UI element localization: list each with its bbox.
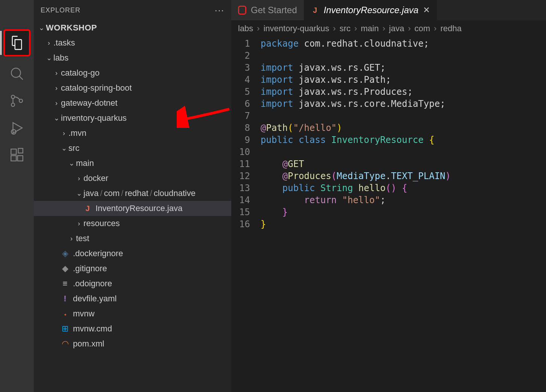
activity-run-debug[interactable] (3, 114, 30, 141)
folder-tasks[interactable]: › .tasks (34, 35, 231, 50)
docker-icon: ◈ (61, 249, 69, 258)
crumb[interactable]: labs (238, 24, 253, 33)
svg-point-1 (11, 95, 15, 99)
file-mvnw-cmd[interactable]: ⊞ mvnw.cmd (34, 321, 231, 336)
chevron-right-icon: › (67, 235, 76, 243)
editor-area: Get Started J InventoryResource.java ✕ l… (231, 0, 546, 392)
svg-point-0 (11, 68, 21, 77)
activity-source-control[interactable] (3, 87, 30, 114)
folder-docker[interactable]: › docker (34, 171, 231, 186)
chevron-right-icon: › (52, 84, 61, 92)
folder-main[interactable]: ⌄ main (34, 156, 231, 171)
java-file-icon: J (83, 204, 92, 213)
menu-icon[interactable] (9, 8, 24, 23)
folder-resources[interactable]: › resources (34, 216, 231, 231)
folder-labs[interactable]: ⌄ labs (34, 50, 231, 65)
folder-inventory-quarkus[interactable]: ⌄ inventory-quarkus (34, 111, 231, 126)
svg-rect-8 (18, 149, 23, 153)
xml-file-icon: ◠ (61, 339, 69, 349)
chevron-right-icon: › (408, 24, 411, 33)
tree-root[interactable]: ⌄ WORKSHOP (34, 20, 231, 35)
file-gitignore[interactable]: ◆ .gitignore (34, 261, 231, 276)
folder-catalog-go[interactable]: › catalog-go (34, 65, 231, 81)
breadcrumbs[interactable]: labs› inventory-quarkus› src› main› java… (231, 20, 546, 37)
file-odoignore[interactable]: ≡ .odoignore (34, 276, 231, 291)
file-devfile[interactable]: ! devfile.yaml (34, 291, 231, 306)
chevron-right-icon: › (354, 24, 357, 33)
tab-get-started[interactable]: Get Started (231, 0, 304, 20)
file-mvnw[interactable]: ⬩ mvnw (34, 306, 231, 321)
maven-icon: ⬩ (61, 309, 69, 319)
git-icon: ◆ (61, 264, 69, 273)
svg-rect-7 (18, 156, 23, 161)
chevron-right-icon: › (52, 99, 61, 107)
crumb[interactable]: src (340, 24, 350, 33)
chevron-down-icon: ⌄ (74, 189, 83, 198)
line-number-gutter: 12345678910111213141516 (231, 37, 261, 392)
crumb[interactable]: java (389, 24, 404, 33)
tab-inventory-resource[interactable]: J InventoryResource.java ✕ (304, 0, 437, 20)
windows-icon: ⊞ (61, 324, 69, 334)
svg-rect-6 (11, 156, 16, 161)
chevron-right-icon: › (74, 220, 83, 228)
activity-search[interactable] (3, 60, 30, 87)
chevron-right-icon: › (44, 39, 53, 47)
crumb[interactable]: inventory-quarkus (264, 24, 329, 33)
chevron-right-icon: › (59, 129, 68, 137)
chevron-down-icon: ⌄ (67, 159, 76, 167)
chevron-down-icon: ⌄ (59, 144, 68, 152)
activity-bar (0, 0, 34, 392)
svg-point-2 (11, 103, 15, 106)
redhat-icon (238, 6, 246, 14)
java-file-icon: J (311, 6, 319, 14)
yaml-file-icon: ! (61, 294, 69, 304)
chevron-down-icon: ⌄ (37, 24, 46, 32)
chevron-right-icon: › (382, 24, 385, 33)
crumb[interactable]: main (361, 24, 379, 33)
folder-src[interactable]: ⌄ src (34, 141, 231, 156)
close-icon[interactable]: ✕ (423, 5, 430, 15)
folder-gateway-dotnet[interactable]: › gateway-dotnet (34, 96, 231, 111)
sidebar-title: EXPLORER (41, 6, 80, 14)
code-content[interactable]: package com.redhat.cloudnative; import j… (261, 37, 546, 392)
chevron-right-icon: › (52, 69, 61, 77)
chevron-right-icon: › (434, 24, 437, 33)
editor-tabs: Get Started J InventoryResource.java ✕ (231, 0, 546, 20)
folder-catalog-spring-boot[interactable]: › catalog-spring-boot (34, 81, 231, 96)
chevron-right-icon: › (333, 24, 336, 33)
file-tree: ⌄ WORKSHOP › .tasks ⌄ labs › catalog-go … (34, 20, 231, 392)
activity-extensions[interactable] (3, 141, 30, 169)
activity-explorer[interactable] (3, 29, 30, 56)
folder-mvn[interactable]: › .mvn (34, 126, 231, 141)
svg-rect-5 (11, 149, 16, 154)
file-inventory-resource[interactable]: J InventoryResource.java (34, 201, 231, 216)
text-file-icon: ≡ (61, 279, 69, 289)
crumb[interactable]: redha (440, 24, 461, 33)
svg-point-3 (19, 99, 23, 103)
folder-java-path[interactable]: ⌄ java/com/redhat/cloudnative (34, 186, 231, 201)
explorer-sidebar: EXPLORER ··· ⌄ WORKSHOP › .tasks ⌄ labs … (34, 0, 231, 392)
chevron-down-icon: ⌄ (52, 114, 61, 122)
chevron-down-icon: ⌄ (44, 54, 53, 62)
file-pom[interactable]: ◠ pom.xml (34, 336, 231, 351)
code-editor[interactable]: 12345678910111213141516 package com.redh… (231, 37, 546, 392)
folder-test[interactable]: › test (34, 231, 231, 246)
chevron-right-icon: › (74, 175, 83, 182)
ellipsis-icon[interactable]: ··· (215, 5, 224, 15)
crumb[interactable]: com (414, 24, 430, 33)
chevron-right-icon: › (257, 24, 259, 33)
file-dockerignore[interactable]: ◈ .dockerignore (34, 246, 231, 261)
